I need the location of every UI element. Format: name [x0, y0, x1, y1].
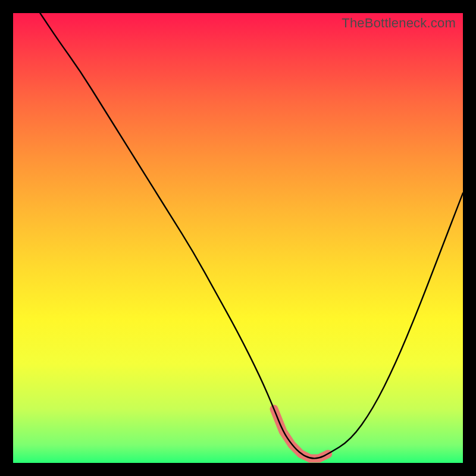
chart-plot-area: TheBottleneck.com — [13, 13, 463, 463]
curve-line — [40, 13, 463, 458]
watermark-text: TheBottleneck.com — [342, 15, 456, 31]
bottleneck-curve — [13, 13, 463, 463]
optimal-range-highlight — [274, 409, 328, 458]
